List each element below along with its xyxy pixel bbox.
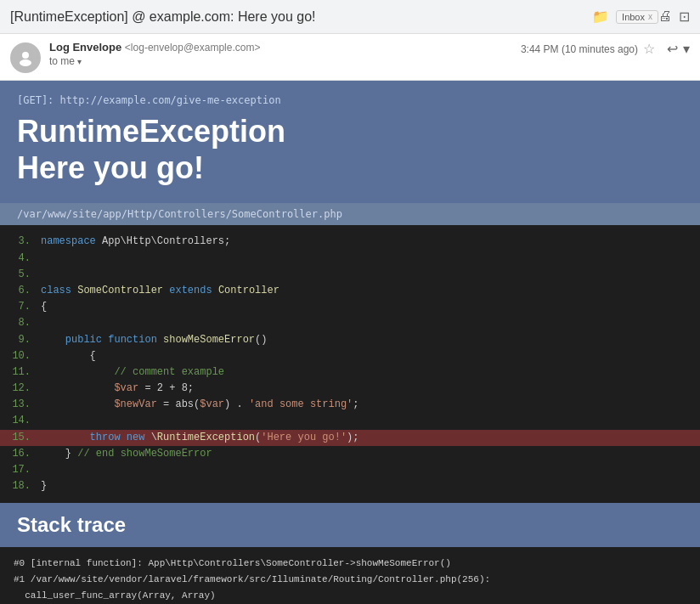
exception-title: RuntimeException Here you go!: [17, 113, 683, 186]
svg-point-1: [20, 59, 31, 66]
avatar: [10, 42, 41, 73]
timestamp: 3:44 PM (10 minutes ago) ☆ ↩ ▾: [521, 41, 690, 57]
email-subject: [RuntimeException] @ example.com: Here y…: [10, 9, 585, 25]
code-line-4: 4.: [0, 251, 700, 267]
top-bar: [RuntimeException] @ example.com: Here y…: [0, 0, 700, 34]
print-icon[interactable]: 🖨: [658, 8, 672, 25]
code-line-3: 3. namespace App\Http\Controllers;: [0, 234, 700, 250]
code-line-9: 9. public function showMeSomeError(): [0, 332, 700, 348]
stack-trace-body: #0 [internal function]: App\Http\Control…: [0, 547, 700, 604]
stack-trace-header: Stack trace: [0, 503, 700, 547]
code-block: 3. namespace App\Http\Controllers; 4. 5.…: [0, 225, 700, 503]
code-line-14: 14.: [0, 413, 700, 429]
file-path-bar: /var/www/site/app/Http/Controllers/SomeC…: [0, 203, 700, 225]
to-me-dropdown-icon[interactable]: ▾: [77, 57, 82, 66]
top-bar-actions: 🖨 ⊡: [658, 8, 690, 25]
svg-point-0: [22, 52, 29, 59]
inbox-label: Inbox: [622, 12, 645, 22]
trace-line-1: #1 /var/www/site/vendor/laravel/framewor…: [14, 572, 686, 603]
code-line-13: 13. $newVar = abs($var) . 'and some stri…: [0, 397, 700, 413]
get-url: [GET]: http://example.com/give-me-except…: [17, 94, 683, 106]
new-window-icon[interactable]: ⊡: [679, 8, 690, 25]
code-line-18: 18. }: [0, 478, 700, 494]
sender-email: <log-envelop@example.com>: [125, 42, 261, 54]
code-line-6: 6. class SomeController extends Controll…: [0, 283, 700, 299]
code-line-11: 11. // comment example: [0, 364, 700, 381]
reply-icon[interactable]: ↩: [667, 41, 678, 57]
code-line-7: 7. {: [0, 299, 700, 315]
code-line-12: 12. $var = 2 + 8;: [0, 381, 700, 397]
code-line-10: 10. {: [0, 348, 700, 364]
timestamp-text: 3:44 PM (10 minutes ago): [521, 43, 638, 55]
exception-type: RuntimeException: [17, 114, 285, 149]
sender-info: Log Envelope <log-envelop@example.com> t…: [49, 41, 521, 67]
code-line-8: 8.: [0, 315, 700, 331]
stack-trace-heading: Stack trace: [17, 513, 126, 536]
action-icons: ↩ ▾: [667, 41, 690, 57]
trace-line-0: #0 [internal function]: App\Http\Control…: [14, 556, 686, 572]
code-line-16: 16. } // end showMeSomeError: [0, 446, 700, 462]
inbox-close-button[interactable]: x: [648, 12, 652, 21]
code-line-17: 17.: [0, 462, 700, 478]
inbox-badge[interactable]: Inbox x: [616, 10, 658, 24]
folder-icon[interactable]: 📁: [592, 8, 609, 25]
sender-row: Log Envelope <log-envelop@example.com> t…: [0, 34, 700, 81]
email-body: [GET]: http://example.com/give-me-except…: [0, 81, 700, 604]
code-line-5: 5.: [0, 267, 700, 283]
to-me[interactable]: to me ▾: [49, 55, 521, 67]
exception-header: [GET]: http://example.com/give-me-except…: [0, 81, 700, 203]
exception-message: Here you go!: [17, 150, 204, 185]
sender-name: Log Envelope: [49, 41, 121, 54]
more-actions-icon[interactable]: ▾: [683, 41, 690, 57]
file-path: /var/www/site/app/Http/Controllers/SomeC…: [17, 208, 342, 220]
star-icon[interactable]: ☆: [643, 41, 655, 57]
code-line-15-highlighted: 15. throw new \RuntimeException('Here yo…: [0, 430, 700, 446]
